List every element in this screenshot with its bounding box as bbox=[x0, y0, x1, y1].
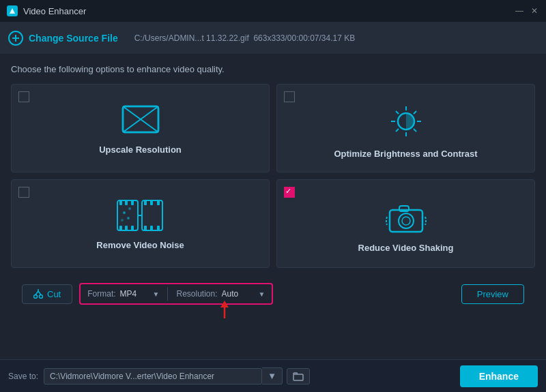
resolution-arrow-icon: ▼ bbox=[259, 290, 265, 298]
svg-line-15 bbox=[396, 129, 399, 132]
brightness-icon-area bbox=[384, 102, 428, 143]
upscale-label: Upscale Resolution bbox=[99, 145, 182, 155]
svg-point-25 bbox=[127, 217, 130, 220]
svg-rect-30 bbox=[150, 200, 153, 205]
bottom-toolbar: Cut Format: MP4 AVI MOV GIF ▼ Resolution… bbox=[11, 277, 535, 310]
source-file-path: C:/Users/ADMIN...t 11.32.22.gif 663x333/… bbox=[134, 33, 356, 43]
svg-line-42 bbox=[38, 291, 41, 295]
change-source-label: Change Source File bbox=[29, 33, 118, 44]
option-card-brightness: Optimize Brightness and Contrast bbox=[276, 84, 535, 172]
option-card-noise: Remove Video Noise bbox=[11, 179, 270, 268]
resolution-dropdown-wrapper: Auto 1080p 720p 480p ▼ bbox=[222, 289, 265, 299]
svg-line-41 bbox=[35, 291, 38, 295]
checkbox-shaking[interactable] bbox=[284, 187, 295, 198]
source-bar: Change Source File C:/Users/ADMIN...t 11… bbox=[0, 22, 546, 55]
shaking-icon-area bbox=[384, 198, 428, 237]
svg-point-40 bbox=[40, 295, 43, 299]
svg-rect-20 bbox=[125, 226, 128, 230]
noise-icon-area bbox=[116, 198, 165, 235]
minimize-button[interactable]: — bbox=[515, 6, 524, 16]
format-dropdown-wrapper: MP4 AVI MOV GIF ▼ bbox=[120, 289, 160, 299]
cut-button[interactable]: Cut bbox=[22, 284, 72, 304]
add-source-icon bbox=[8, 31, 23, 46]
main-content: Choose the following options to enhance … bbox=[0, 55, 546, 317]
red-arrow-indicator bbox=[218, 301, 231, 320]
svg-point-36 bbox=[399, 213, 414, 228]
app-icon bbox=[7, 5, 18, 16]
checkbox-brightness[interactable] bbox=[284, 91, 295, 102]
checkbox-upscale[interactable] bbox=[18, 91, 29, 102]
enhance-button[interactable]: Enhance bbox=[460, 365, 538, 387]
format-label: Format: bbox=[87, 289, 115, 299]
svg-point-39 bbox=[34, 295, 38, 299]
instruction-text: Choose the following options to enhance … bbox=[11, 64, 535, 74]
save-folder-button[interactable] bbox=[287, 368, 310, 385]
svg-rect-19 bbox=[125, 200, 128, 205]
svg-rect-28 bbox=[144, 200, 147, 205]
svg-rect-32 bbox=[157, 200, 160, 205]
change-source-button[interactable]: Change Source File bbox=[8, 31, 118, 46]
window-controls: — ✕ bbox=[515, 6, 539, 16]
svg-rect-31 bbox=[150, 226, 153, 230]
svg-line-12 bbox=[396, 111, 399, 114]
svg-marker-0 bbox=[10, 8, 15, 14]
noise-label: Remove Video Noise bbox=[96, 240, 184, 250]
svg-line-13 bbox=[414, 129, 416, 132]
svg-rect-33 bbox=[157, 226, 160, 230]
svg-rect-21 bbox=[131, 200, 134, 205]
save-label: Save to: bbox=[8, 372, 38, 381]
preview-button[interactable]: Preview bbox=[461, 284, 524, 304]
upscale-icon-area bbox=[119, 102, 162, 139]
svg-rect-46 bbox=[293, 374, 303, 380]
svg-point-26 bbox=[121, 219, 124, 222]
resolution-select[interactable]: Auto 1080p 720p 480p bbox=[222, 289, 257, 299]
options-grid: Upscale Resolution bbox=[11, 84, 535, 268]
svg-point-37 bbox=[402, 217, 410, 225]
brightness-label: Optimize Brightness and Contrast bbox=[334, 149, 477, 159]
svg-rect-22 bbox=[131, 226, 134, 230]
option-card-upscale: Upscale Resolution bbox=[11, 84, 270, 172]
format-select[interactable]: MP4 AVI MOV GIF bbox=[120, 289, 152, 299]
shaking-label: Reduce Video Shaking bbox=[358, 243, 454, 253]
save-path-dropdown-button[interactable]: ▼ bbox=[262, 367, 283, 385]
app-title: Video Enhancer bbox=[23, 6, 515, 16]
toolbar-separator bbox=[167, 287, 168, 301]
format-arrow-icon: ▼ bbox=[153, 290, 160, 298]
svg-line-14 bbox=[414, 111, 416, 114]
svg-rect-18 bbox=[119, 226, 122, 230]
format-resolution-panel: Format: MP4 AVI MOV GIF ▼ Resolution: Au… bbox=[79, 283, 273, 305]
resolution-label: Resolution: bbox=[176, 289, 217, 299]
svg-marker-45 bbox=[220, 301, 229, 307]
close-button[interactable]: ✕ bbox=[530, 6, 539, 16]
svg-point-24 bbox=[128, 207, 131, 210]
svg-rect-29 bbox=[144, 226, 147, 230]
svg-rect-17 bbox=[119, 200, 122, 205]
save-path: C:\Vidmore\Vidmore V...erter\Video Enhan… bbox=[44, 368, 262, 385]
checkbox-noise[interactable] bbox=[18, 187, 29, 198]
svg-point-23 bbox=[123, 211, 126, 214]
option-card-shaking: Reduce Video Shaking bbox=[276, 179, 535, 268]
title-bar: Video Enhancer — ✕ bbox=[0, 0, 546, 22]
save-bar: Save to: C:\Vidmore\Vidmore V...erter\Vi… bbox=[0, 359, 546, 392]
